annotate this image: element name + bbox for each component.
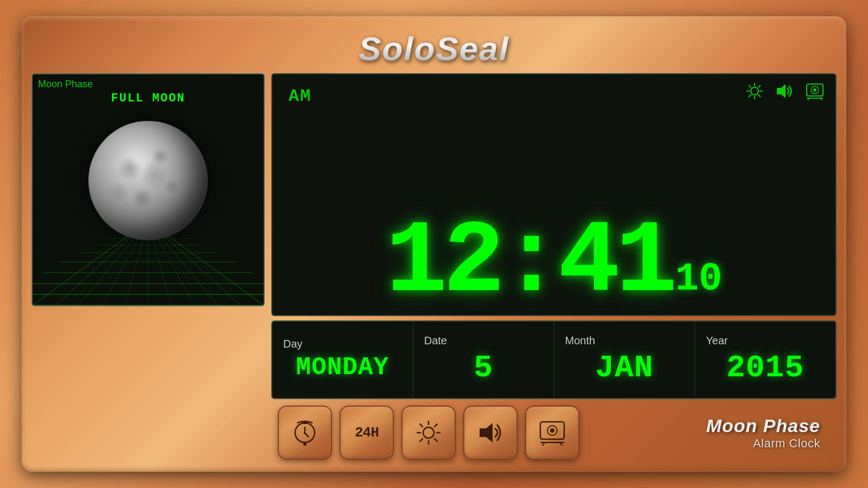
brand-subtitle: Alarm Clock: [706, 436, 820, 451]
svg-line-49: [434, 439, 437, 442]
svg-point-42: [303, 442, 307, 446]
main-display: Moon Phase FULL MOON: [31, 73, 837, 399]
brightness-icon[interactable]: [745, 82, 764, 104]
date-value: 5: [474, 350, 493, 386]
branding-area: Moon Phase Alarm Clock: [706, 415, 826, 451]
clock-time-section: AM: [271, 73, 837, 316]
24h-button[interactable]: 24H: [340, 406, 394, 460]
day-label: Day: [277, 338, 303, 350]
moon-phase-value: FULL MOON: [111, 92, 186, 105]
svg-rect-38: [303, 421, 307, 424]
time-display: 12:41 10: [285, 94, 822, 306]
svg-line-27: [749, 85, 751, 88]
svg-point-55: [550, 428, 554, 433]
brightness-button[interactable]: [401, 406, 456, 460]
moon-sphere: [88, 121, 208, 240]
brand-title: Moon Phase: [706, 415, 820, 436]
day-cell: Day MONDAY: [272, 322, 413, 398]
bottom-area: 24H: [31, 399, 837, 462]
clock-top-icons: [745, 82, 825, 104]
clock-panel: AM: [271, 73, 837, 399]
svg-marker-31: [777, 84, 786, 98]
moon-phase-label: Moon Phase: [38, 79, 93, 90]
date-label: Date: [418, 335, 447, 347]
month-label: Month: [559, 335, 596, 347]
screen-icon[interactable]: [805, 82, 825, 104]
svg-point-43: [423, 427, 434, 438]
svg-line-30: [749, 95, 751, 98]
time-seconds: 10: [675, 260, 722, 299]
svg-line-48: [419, 424, 423, 427]
month-cell: Month JAN: [554, 322, 695, 398]
year-value: 2015: [726, 350, 804, 386]
svg-marker-52: [480, 423, 493, 442]
outer-frame: SoloSeal Moon Phase FULL MOON: [22, 16, 846, 472]
year-label: Year: [699, 335, 727, 347]
svg-line-50: [434, 424, 437, 427]
month-value: JAN: [595, 350, 653, 386]
24h-label: 24H: [355, 425, 379, 441]
svg-line-51: [419, 439, 423, 442]
time-main: 12:41: [386, 219, 673, 307]
screen-button[interactable]: [525, 406, 579, 460]
sound-button[interactable]: [463, 406, 518, 460]
date-cell: Date 5: [413, 322, 554, 398]
day-value: MONDAY: [296, 354, 390, 382]
am-pm-indicator: AM: [289, 86, 311, 106]
svg-point-34: [813, 88, 816, 92]
bottom-buttons: 24H: [151, 406, 706, 460]
svg-point-22: [751, 87, 758, 95]
title-area: SoloSeal: [31, 26, 837, 73]
svg-line-29: [758, 85, 761, 88]
app-title: SoloSeal: [359, 30, 509, 67]
sound-icon[interactable]: [775, 82, 794, 104]
svg-line-28: [758, 95, 761, 98]
svg-point-41: [304, 432, 306, 434]
year-cell: Year 2015: [695, 322, 835, 398]
alarm-button[interactable]: [278, 406, 332, 460]
clock-date-section: Day MONDAY Date 5 Month JAN Year 2015: [271, 320, 837, 399]
moon-phase-panel: Moon Phase FULL MOON: [31, 73, 265, 306]
